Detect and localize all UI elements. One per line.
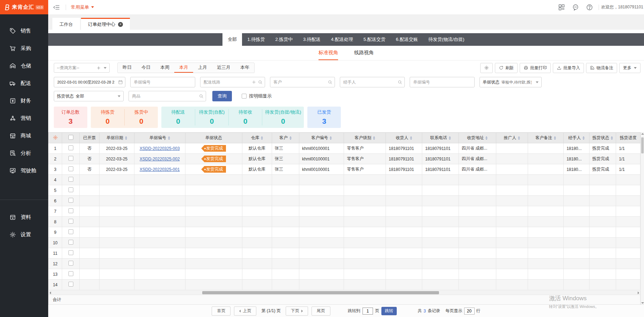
sort-icon[interactable]	[611, 136, 613, 140]
add-scheme-icon[interactable]	[96, 66, 101, 70]
col-header-promoter[interactable]: 推广人	[496, 133, 528, 143]
table-row[interactable]: 6	[49, 196, 641, 206]
query-scheme-select[interactable]: --查询方案--	[54, 63, 110, 73]
col-header-address[interactable]: 收货地址	[459, 133, 496, 143]
search-button[interactable]: 查询	[212, 91, 232, 101]
col-header-receiver[interactable]: 收货人	[386, 133, 422, 143]
col-header-customer-level[interactable]: 客户级别	[344, 133, 386, 143]
table-row[interactable]: 12	[49, 259, 641, 269]
col-header-remark[interactable]: 客户备注	[528, 133, 563, 143]
message-icon[interactable]	[572, 4, 579, 11]
sidebar-item-warehouse[interactable]: 仓储	[0, 57, 48, 74]
apps-grid-icon[interactable]	[558, 4, 565, 11]
col-header-progress[interactable]: 拣货进度	[616, 133, 641, 143]
handler-input[interactable]	[340, 77, 405, 87]
row-checkbox[interactable]	[68, 156, 73, 161]
vertical-scrollbar[interactable]	[641, 132, 644, 304]
status-tab-picking[interactable]: 2.拣货中	[270, 33, 298, 46]
scroll-down-icon[interactable]	[641, 302, 644, 304]
col-header-warehouse[interactable]: 仓库	[242, 133, 272, 143]
order-link[interactable]: XSDD-20220325-001	[140, 167, 180, 172]
sort-icon[interactable]	[290, 136, 292, 140]
col-header-customer[interactable]: 客户	[272, 133, 299, 143]
batch-print-button[interactable]: 批量打印	[520, 63, 551, 73]
status-tab-all[interactable]: 全部	[222, 33, 242, 46]
view-tab-standard-view[interactable]: 标准视角	[319, 46, 338, 60]
select-all-checkbox[interactable]	[68, 135, 73, 140]
quick-date-last-month[interactable]: 上月	[193, 63, 212, 73]
sort-icon[interactable]	[168, 136, 170, 140]
sidebar-item-analysis[interactable]: 分析	[0, 144, 48, 162]
scroll-right-icon[interactable]	[638, 291, 639, 294]
table-row[interactable]: 8	[49, 217, 641, 227]
row-checkbox[interactable]	[68, 261, 73, 266]
sidebar-item-mall[interactable]: 商城	[0, 127, 48, 144]
row-checkbox[interactable]	[68, 187, 73, 192]
first-page-button[interactable]: 首页	[212, 307, 230, 316]
col-header-date[interactable]: 单据日期	[99, 133, 134, 143]
search-icon[interactable]	[199, 94, 204, 99]
table-row[interactable]: 11	[49, 248, 641, 259]
sidebar-item-settings[interactable]: 设置	[0, 226, 48, 243]
order-link[interactable]: XSDD-20220325-003	[140, 146, 180, 151]
status-tab-wait-ship[interactable]: 待发货(物流/自提)	[423, 33, 469, 46]
quick-date-today[interactable]: 今日	[137, 63, 155, 73]
order-link[interactable]: XSDD-20220325-002	[140, 157, 180, 161]
status-tab-delivery-process[interactable]: 4.配送处理	[326, 33, 358, 46]
sort-icon[interactable]	[410, 136, 412, 140]
row-checkbox[interactable]	[68, 219, 73, 224]
view-tab-route-view[interactable]: 线路视角	[354, 46, 374, 60]
customer-input[interactable]	[270, 77, 335, 87]
last-page-button[interactable]: 尾页	[312, 307, 330, 316]
scroll-up-icon[interactable]	[641, 133, 644, 135]
checkbox-icon[interactable]	[242, 94, 247, 99]
scroll-left-icon[interactable]	[50, 291, 51, 294]
table-row[interactable]: 5	[49, 185, 641, 196]
status-tab-delivery-handover[interactable]: 5.配送交货	[358, 33, 391, 46]
order-status-select[interactable]: 单据状态 审核中,待付款,拣货中,...	[480, 77, 542, 87]
status-tab-wait-delivery[interactable]: 3.待配送	[298, 33, 326, 46]
refresh-button[interactable]: 刷新	[495, 63, 518, 73]
search-icon[interactable]	[328, 80, 332, 85]
table-row[interactable]: 10	[49, 238, 641, 248]
logistics-note-button[interactable]: 物流备注	[586, 63, 617, 73]
more-button[interactable]: 更多	[619, 63, 641, 73]
order-no-2-input[interactable]	[410, 77, 475, 87]
sort-icon[interactable]	[485, 136, 488, 140]
column-settings-icon[interactable]	[53, 135, 58, 140]
sidebar-item-sales[interactable]: 销售	[0, 22, 48, 39]
row-checkbox[interactable]	[68, 145, 73, 150]
row-checkbox[interactable]	[68, 177, 73, 182]
row-checkbox[interactable]	[68, 229, 73, 234]
sort-icon[interactable]	[261, 136, 263, 140]
calendar-icon[interactable]	[118, 80, 123, 85]
table-row[interactable]: 3否2022-03-25XSDD-20220325-001发货完成默认仓库张三k…	[49, 164, 641, 175]
order-no-input[interactable]	[130, 77, 195, 87]
quick-date-this-month[interactable]: 本月	[174, 63, 193, 73]
close-tab-icon[interactable]: ×	[118, 22, 123, 27]
row-checkbox[interactable]	[68, 166, 73, 171]
row-checkbox[interactable]	[68, 198, 73, 203]
col-header-phone[interactable]: 联系电话	[422, 133, 459, 143]
search-icon[interactable]	[397, 80, 402, 85]
col-header-picking-status[interactable]: 拣货状态	[590, 133, 616, 143]
per-page-input[interactable]	[464, 308, 475, 315]
sort-icon[interactable]	[373, 136, 375, 140]
horizontal-scrollbar-thumb[interactable]	[202, 291, 439, 294]
sidebar-item-materials[interactable]: 资料	[0, 208, 48, 226]
row-checkbox[interactable]	[68, 208, 73, 213]
table-row[interactable]: 14	[49, 280, 641, 290]
date-range-input[interactable]	[54, 77, 125, 87]
col-header-invoiced[interactable]: 已开票	[80, 133, 100, 143]
sort-icon[interactable]	[583, 136, 585, 140]
table-row[interactable]: 1否2022-03-25XSDD-20220325-003发货完成默认仓库张三k…	[49, 143, 641, 154]
product-input[interactable]	[129, 91, 206, 101]
table-row[interactable]: 9	[49, 227, 641, 238]
status-tab-delivery-account[interactable]: 6.配送交账	[391, 33, 423, 46]
quick-date-this-week[interactable]: 本周	[155, 63, 174, 73]
jump-page-input[interactable]	[363, 308, 373, 315]
common-menu-button[interactable]: 常用菜单	[71, 4, 94, 10]
picking-status-select[interactable]: 拣货状态 全部	[54, 91, 124, 101]
vertical-scrollbar-thumb[interactable]	[641, 137, 644, 153]
col-header-customer-no[interactable]: 客户编号	[299, 133, 344, 143]
